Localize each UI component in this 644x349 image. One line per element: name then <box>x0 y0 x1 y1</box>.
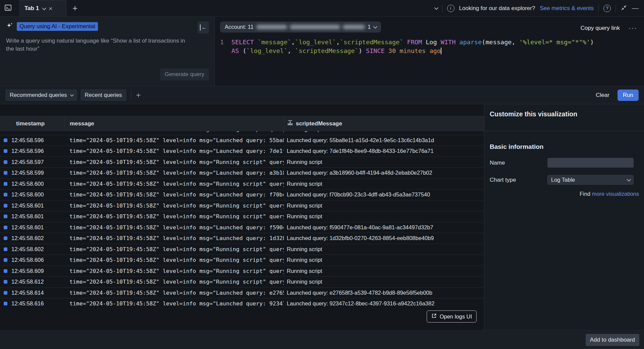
minimize-icon[interactable]: — <box>632 4 639 12</box>
table-row[interactable]: 12:45:58.612time="2024-05-10T19:45:58Z" … <box>0 277 484 288</box>
table-row[interactable]: 12:45:58.600time="2024-05-10T19:45:58Z" … <box>0 189 484 200</box>
scripted-message-cell: Launched query: f590477e-081a-40ac-9a81-… <box>284 224 484 231</box>
column-header-scripted-message[interactable]: scriptedMessage <box>284 116 484 131</box>
account-prefix: Account: 11 <box>225 24 254 30</box>
query-line-2-code: AS (`log_level`, `scriptedMessage`) SINC… <box>231 47 441 55</box>
log-row-marker-icon <box>4 302 7 305</box>
log-row-marker-icon <box>4 269 7 273</box>
query-section: Query using AI - Experimental ← Write a … <box>0 17 644 86</box>
query-code-editor[interactable]: 1 SELECT `message`,`log_level`,`scripted… <box>220 38 644 55</box>
log-row-marker-icon <box>4 291 7 295</box>
query-editor-panel: Account: 11 1 Copy query link ··· 1 SELE… <box>215 17 644 86</box>
scripted-message-cell: Running script <box>284 268 484 274</box>
help-icon[interactable]: ? <box>603 5 611 12</box>
recent-queries-button[interactable]: Recent queries <box>80 89 126 101</box>
table-row[interactable]: 12:45:58.601time="2024-05-10T19:45:58Z" … <box>0 200 484 212</box>
name-input[interactable] <box>547 158 634 168</box>
message-cell: time="2024-05-10T19:45:58Z" level=info m… <box>64 268 284 274</box>
message-cell: time="2024-05-10T19:45:58Z" level=info m… <box>64 257 284 263</box>
table-row[interactable]: 12:45:58.614time="2024-05-10T19:45:58Z" … <box>0 288 484 299</box>
chart-type-value: Log Table <box>551 177 575 183</box>
column-header-message[interactable]: message <box>64 116 284 131</box>
clear-button[interactable]: Clear <box>596 92 609 99</box>
find-text: Find <box>580 191 592 197</box>
recommended-queries-button[interactable]: Recommended queries <box>5 89 77 101</box>
table-body: 12:45:58.596time="2024-05-10T19:45:58Z" … <box>0 131 484 309</box>
results-area: timestamp message scriptedMessage 12:45:… <box>0 104 644 330</box>
column-header-timestamp[interactable]: timestamp <box>0 116 64 131</box>
divider <box>484 131 644 131</box>
table-row[interactable]: 12:45:58.601time="2024-05-10T19:45:58Z" … <box>0 222 484 233</box>
window-chevron-down-icon[interactable] <box>434 6 438 10</box>
table-row[interactable]: 12:45:58.600time="2024-05-10T19:45:58Z" … <box>0 179 484 190</box>
log-row-marker-icon <box>4 280 7 284</box>
copy-query-link-button[interactable]: Copy query link <box>581 25 620 32</box>
message-cell: time="2024-05-10T19:45:58Z" level=info m… <box>64 224 284 231</box>
customize-title: Customize this visualization <box>490 110 639 118</box>
info-icon: i <box>447 5 454 12</box>
tab-chevron-down-icon[interactable] <box>42 6 47 10</box>
more-visualizations-link[interactable]: more visualizations <box>592 191 639 197</box>
console-sidebar-button[interactable] <box>0 0 16 16</box>
collapse-panel-button[interactable]: ← <box>198 21 209 34</box>
message-cell: time="2024-05-10T19:45:58Z" level=info m… <box>64 191 284 198</box>
new-tab-button[interactable]: + <box>72 0 77 16</box>
collapse-window-icon[interactable] <box>621 4 627 12</box>
timestamp-cell: 12:45:58.609 <box>11 268 44 274</box>
table-row[interactable]: 12:45:58.597time="2024-05-10T19:45:58Z" … <box>0 157 484 168</box>
scripted-message-cell: Running script <box>284 213 484 220</box>
timestamp-cell: 12:45:58.600 <box>11 181 44 187</box>
generate-query-button[interactable]: Generate query <box>160 68 209 80</box>
timestamp-cell: 12:45:58.599 <box>11 170 44 176</box>
scripted-message-cell: Running script <box>284 159 484 165</box>
timestamp-cell: 12:45:58.596 <box>11 148 44 154</box>
table-row[interactable]: 12:45:58.602time="2024-05-10T19:45:58Z" … <box>0 233 484 244</box>
table-row[interactable]: 12:45:58.602time="2024-05-10T19:45:58Z" … <box>0 244 484 255</box>
scripted-message-cell: Launched query: a3b18960-b4ff-4194-a48d-… <box>284 170 484 176</box>
timestamp-cell: 12:45:58.602 <box>11 246 44 252</box>
more-menu-icon[interactable]: ··· <box>629 24 637 32</box>
chart-type-select[interactable]: Log Table <box>547 175 634 185</box>
table-row[interactable]: 12:45:58.616time="2024-05-10T19:45:58Z" … <box>0 298 484 309</box>
message-cell: time="2024-05-10T19:45:58Z" level=info m… <box>64 246 284 252</box>
scripted-message-cell: Launched query: 92347c12-8bec-4397-9316-… <box>284 300 484 307</box>
log-row-marker-icon <box>4 171 7 175</box>
data-explorer-notice: Looking for our data explorer? <box>459 5 535 12</box>
tab-1[interactable]: Tab 1 × <box>19 0 66 16</box>
table-row[interactable]: 12:45:58.599time="2024-05-10T19:45:58Z" … <box>0 168 484 179</box>
scripted-message-cell: Launched query: 55ba8e11-a15d-42e1-9e5c-… <box>284 137 484 143</box>
table-row[interactable]: 12:45:58.606time="2024-05-10T19:45:58Z" … <box>0 255 484 266</box>
ai-placeholder-text[interactable]: Write a query using natural language lik… <box>6 37 192 53</box>
table-row[interactable]: 12:45:58.601time="2024-05-10T19:45:58Z" … <box>0 211 484 222</box>
name-label: Name <box>490 160 547 166</box>
message-cell: time="2024-05-10T19:45:58Z" level=info m… <box>64 181 284 187</box>
chevron-down-icon <box>70 93 73 96</box>
timestamp-cell: 12:45:58.616 <box>11 300 44 307</box>
scripted-message-cell: Running script <box>284 279 484 285</box>
scripted-message-cell: Launched query: 1d32bfb0-0270-4263-8854-… <box>284 235 484 241</box>
see-metrics-events-link[interactable]: See metrics & events <box>540 5 594 12</box>
table-row[interactable]: 12:45:58.609time="2024-05-10T19:45:58Z" … <box>0 266 484 277</box>
table-row[interactable]: 12:45:58.596time="2024-05-10T19:45:58Z" … <box>0 131 484 135</box>
table-row[interactable]: 12:45:58.596time="2024-05-10T19:45:58Z" … <box>0 146 484 157</box>
extracted-field-icon <box>287 120 293 127</box>
timestamp-cell: 12:45:58.606 <box>11 257 44 263</box>
divider <box>442 5 442 12</box>
account-name-redacted <box>256 25 365 29</box>
add-query-tab-button[interactable]: + <box>136 91 141 100</box>
log-row-marker-icon <box>4 226 7 229</box>
timestamp-cell: 12:45:58.601 <box>11 213 44 220</box>
basic-information-heading: Basic information <box>490 143 639 151</box>
add-to-dashboard-button[interactable]: Add to dashboard <box>586 334 639 346</box>
account-selector[interactable]: Account: 11 1 <box>220 21 381 33</box>
open-logs-ui-button[interactable]: Open logs UI <box>427 310 477 323</box>
timestamp-cell: 12:45:58.597 <box>11 159 44 165</box>
tab-close-icon[interactable]: × <box>49 5 52 12</box>
collapse-left-icon: ← <box>200 24 207 31</box>
log-row-marker-icon <box>4 236 7 240</box>
account-suffix: 1 <box>368 24 371 30</box>
table-row[interactable]: 12:45:58.596time="2024-05-10T19:45:58Z" … <box>0 135 484 146</box>
run-button[interactable]: Run <box>618 90 639 101</box>
log-row-marker-icon <box>4 247 7 251</box>
log-row-marker-icon <box>4 204 7 208</box>
